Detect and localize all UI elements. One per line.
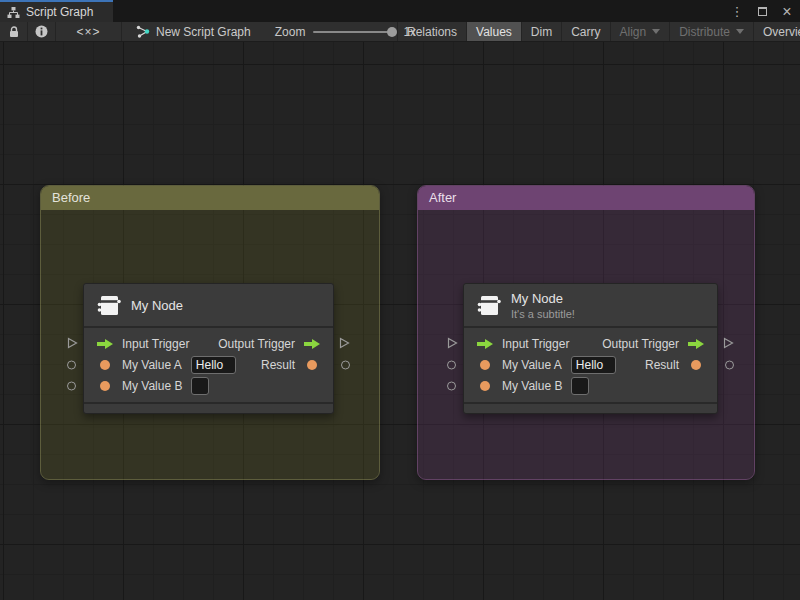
value-output-icon[interactable]: [303, 360, 321, 370]
node-subtitle: It's a subtitle!: [511, 308, 575, 320]
port-label: Result: [645, 358, 679, 372]
lock-button[interactable]: [0, 22, 28, 41]
window-menu-icon[interactable]: ⋮: [728, 2, 746, 20]
toolbar-right-group: Relations Values Dim Carry Align Distrib…: [397, 22, 800, 41]
node-header[interactable]: My Node It's a subtitle!: [464, 284, 717, 328]
flow-port-outer-left[interactable]: [67, 335, 78, 353]
distribute-label: Distribute: [679, 25, 730, 39]
flow-output-icon[interactable]: [687, 338, 705, 350]
zoom-label: Zoom: [275, 25, 306, 39]
value-input-icon[interactable]: [476, 381, 494, 391]
zoom-slider[interactable]: [313, 31, 395, 33]
value-a-input[interactable]: [571, 356, 616, 374]
node-row-my-value-a: My Value A Result: [464, 354, 717, 375]
port-label: Result: [261, 358, 295, 372]
port-label: My Value A: [122, 358, 182, 372]
chevron-down-icon: [736, 29, 744, 34]
value-port-outer-left[interactable]: [67, 381, 76, 390]
port-label: My Value B: [502, 379, 562, 393]
script-graph-asset-icon: [136, 25, 150, 38]
port-label: My Value B: [122, 379, 182, 393]
group-before[interactable]: Before My Node: [40, 185, 380, 480]
value-port-outer-right[interactable]: [341, 360, 350, 369]
port-label: Input Trigger: [502, 337, 569, 351]
code-preview-button[interactable]: <×>: [56, 22, 122, 41]
window-controls: ⋮ ×: [728, 0, 796, 22]
value-output-icon[interactable]: [687, 360, 705, 370]
graph-hierarchy-icon: [7, 6, 20, 19]
port-label: Output Trigger: [218, 337, 295, 351]
group-before-header[interactable]: Before: [41, 186, 379, 210]
close-icon[interactable]: ×: [778, 2, 796, 20]
node-my-node-after[interactable]: My Node It's a subtitle! Input Trigger: [463, 283, 718, 414]
value-input-icon[interactable]: [96, 381, 114, 391]
node-title: My Node: [131, 298, 183, 313]
align-dropdown[interactable]: Align: [610, 22, 670, 41]
group-after-header[interactable]: After: [418, 186, 754, 210]
graph-canvas[interactable]: Before My Node: [0, 42, 800, 600]
graph-name-button[interactable]: New Script Graph: [122, 22, 265, 41]
flow-output-icon[interactable]: [303, 338, 321, 350]
node-footer: [464, 402, 717, 413]
value-port-outer-left[interactable]: [447, 381, 456, 390]
flow-input-icon[interactable]: [476, 338, 494, 350]
info-icon: [35, 25, 48, 38]
relations-button[interactable]: Relations: [397, 22, 466, 41]
node-row-my-value-b: My Value B: [464, 375, 717, 396]
flow-port-outer-right[interactable]: [723, 335, 734, 353]
node-body: Input Trigger Output Trigger My V: [84, 328, 333, 402]
port-label: My Value A: [502, 358, 562, 372]
port-label: Input Trigger: [122, 337, 189, 351]
overview-button[interactable]: Overview: [753, 22, 800, 41]
lock-icon: [9, 26, 19, 38]
value-b-input[interactable]: [571, 377, 589, 395]
node-body: Input Trigger Output Trigger My V: [464, 328, 717, 402]
info-button[interactable]: [28, 22, 56, 41]
value-a-input[interactable]: [191, 356, 236, 374]
node-row-input-trigger: Input Trigger Output Trigger: [464, 333, 717, 354]
maximize-icon[interactable]: [753, 2, 771, 20]
distribute-dropdown[interactable]: Distribute: [669, 22, 753, 41]
value-port-outer-left[interactable]: [67, 360, 76, 369]
tab-bar: Script Graph ⋮ ×: [0, 0, 800, 22]
node-row-my-value-a: My Value A Result: [84, 354, 333, 375]
dim-button[interactable]: Dim: [521, 22, 561, 41]
script-graph-window: Script Graph ⋮ × <×>: [0, 0, 800, 600]
graph-name-label: New Script Graph: [156, 25, 251, 39]
tab-title: Script Graph: [26, 5, 93, 19]
port-label: Output Trigger: [602, 337, 679, 351]
node-row-my-value-b: My Value B: [84, 375, 333, 396]
chevron-down-icon: [652, 29, 660, 34]
flow-port-outer-left[interactable]: [447, 335, 458, 353]
zoom-slider-knob[interactable]: [387, 27, 397, 37]
value-input-icon[interactable]: [96, 360, 114, 370]
unit-icon: [95, 292, 121, 318]
values-button[interactable]: Values: [466, 22, 521, 41]
flow-input-icon[interactable]: [96, 338, 114, 350]
carry-button[interactable]: Carry: [561, 22, 609, 41]
node-title: My Node: [511, 291, 575, 306]
unit-icon: [475, 292, 501, 318]
tab-script-graph[interactable]: Script Graph: [0, 0, 113, 22]
value-input-icon[interactable]: [476, 360, 494, 370]
node-footer: [84, 402, 333, 413]
node-row-input-trigger: Input Trigger Output Trigger: [84, 333, 333, 354]
graph-toolbar: <×> New Script Graph Zoom 1x Relations V…: [0, 22, 800, 42]
group-after[interactable]: After My Node It's a subtitle!: [417, 185, 755, 480]
value-port-outer-left[interactable]: [447, 360, 456, 369]
value-port-outer-right[interactable]: [725, 360, 734, 369]
value-b-input[interactable]: [191, 377, 209, 395]
align-label: Align: [620, 25, 647, 39]
node-header[interactable]: My Node: [84, 284, 333, 328]
flow-port-outer-right[interactable]: [339, 335, 350, 353]
node-my-node-before[interactable]: My Node Input Trigger Output Trigger: [83, 283, 334, 414]
